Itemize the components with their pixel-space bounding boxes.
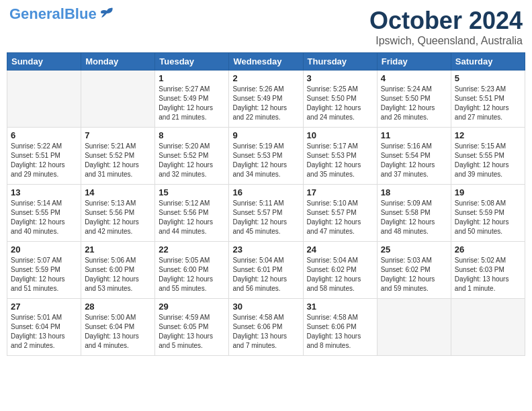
day-number: 10	[307, 130, 373, 140]
cell-line: Daylight: 12 hours and 29 minutes.	[11, 161, 77, 179]
cell-content: Sunrise: 5:01 AMSunset: 6:04 PMDaylight:…	[11, 313, 77, 351]
calendar-cell: 24Sunrise: 5:04 AMSunset: 6:02 PMDayligh…	[303, 242, 377, 299]
cell-line: Sunrise: 5:06 AM	[85, 256, 151, 265]
cell-line: Sunrise: 5:10 AM	[307, 199, 373, 208]
cell-line: Sunset: 5:54 PM	[381, 151, 447, 161]
cell-line: Sunset: 6:04 PM	[11, 322, 77, 332]
cell-line: Sunrise: 4:59 AM	[159, 313, 225, 322]
day-number: 12	[455, 130, 521, 140]
cell-content: Sunrise: 5:06 AMSunset: 6:00 PMDaylight:…	[85, 256, 151, 293]
cell-content: Sunrise: 4:59 AMSunset: 6:05 PMDaylight:…	[159, 313, 225, 351]
calendar-cell: 14Sunrise: 5:13 AMSunset: 5:56 PMDayligh…	[81, 185, 155, 242]
cell-line: Sunrise: 5:19 AM	[232, 142, 299, 151]
cell-line: Daylight: 12 hours and 40 minutes.	[11, 218, 77, 236]
cell-content: Sunrise: 5:20 AMSunset: 5:52 PMDaylight:…	[159, 142, 225, 179]
cell-line: Daylight: 12 hours and 58 minutes.	[307, 275, 373, 293]
cell-line: Sunrise: 5:11 AM	[232, 199, 299, 208]
cell-line: Sunset: 5:50 PM	[307, 94, 373, 103]
cell-content: Sunrise: 5:25 AMSunset: 5:50 PMDaylight:…	[307, 85, 373, 122]
weekday-header-friday: Friday	[377, 53, 451, 71]
cell-line: Daylight: 12 hours and 55 minutes.	[159, 275, 225, 293]
cell-line: Sunrise: 4:58 AM	[307, 313, 373, 322]
cell-line: Sunset: 5:52 PM	[85, 151, 151, 161]
cell-line: Sunrise: 5:04 AM	[232, 256, 299, 265]
logo-bird-icon	[99, 7, 114, 19]
calendar-cell: 19Sunrise: 5:08 AMSunset: 5:59 PMDayligh…	[451, 185, 525, 242]
day-number: 2	[232, 73, 299, 83]
calendar-cell: 12Sunrise: 5:15 AMSunset: 5:55 PMDayligh…	[451, 128, 525, 185]
weekday-header-wednesday: Wednesday	[229, 53, 303, 71]
cell-line: Sunset: 6:02 PM	[381, 265, 447, 275]
cell-content: Sunrise: 5:23 AMSunset: 5:51 PMDaylight:…	[455, 85, 521, 122]
cell-line: Sunset: 5:51 PM	[11, 151, 77, 161]
day-number: 26	[455, 244, 521, 255]
cell-line: Sunset: 5:53 PM	[232, 151, 299, 161]
cell-content: Sunrise: 5:13 AMSunset: 5:56 PMDaylight:…	[85, 199, 151, 236]
cell-line: Sunset: 5:50 PM	[381, 94, 447, 103]
cell-content: Sunrise: 5:00 AMSunset: 6:04 PMDaylight:…	[85, 313, 151, 351]
day-number: 14	[85, 187, 151, 197]
cell-content: Sunrise: 5:02 AMSunset: 6:03 PMDaylight:…	[455, 256, 521, 293]
calendar-cell: 15Sunrise: 5:12 AMSunset: 5:56 PMDayligh…	[155, 185, 229, 242]
calendar-cell: 28Sunrise: 5:00 AMSunset: 6:04 PMDayligh…	[81, 299, 155, 356]
calendar-cell: 17Sunrise: 5:10 AMSunset: 5:57 PMDayligh…	[303, 185, 377, 242]
cell-line: Sunset: 6:02 PM	[307, 265, 373, 275]
cell-line: Daylight: 12 hours and 31 minutes.	[85, 161, 151, 179]
cell-line: Daylight: 13 hours and 8 minutes.	[307, 332, 373, 351]
day-number: 22	[159, 244, 225, 255]
cell-line: Sunset: 6:06 PM	[307, 322, 373, 332]
cell-line: Sunrise: 5:02 AM	[455, 256, 521, 265]
cell-line: Sunrise: 5:20 AM	[159, 142, 225, 151]
calendar-cell: 11Sunrise: 5:16 AMSunset: 5:54 PMDayligh…	[377, 128, 451, 185]
logo: GeneralBlue	[9, 7, 114, 21]
cell-line: Daylight: 12 hours and 39 minutes.	[455, 161, 521, 179]
cell-line: Sunset: 5:56 PM	[159, 208, 225, 218]
day-number: 24	[307, 244, 373, 255]
weekday-header-saturday: Saturday	[451, 53, 525, 71]
cell-line: Daylight: 13 hours and 2 minutes.	[11, 332, 77, 351]
cell-content: Sunrise: 5:04 AMSunset: 6:02 PMDaylight:…	[307, 256, 373, 293]
day-number: 18	[381, 187, 447, 197]
calendar-cell: 10Sunrise: 5:17 AMSunset: 5:53 PMDayligh…	[303, 128, 377, 185]
cell-line: Sunrise: 5:12 AM	[159, 199, 225, 208]
cell-line: Sunrise: 5:09 AM	[381, 199, 447, 208]
cell-line: Sunrise: 5:17 AM	[307, 142, 373, 151]
calendar-cell: 2Sunrise: 5:26 AMSunset: 5:49 PMDaylight…	[229, 71, 303, 128]
calendar-week-row: 6Sunrise: 5:22 AMSunset: 5:51 PMDaylight…	[7, 128, 525, 185]
cell-content: Sunrise: 5:15 AMSunset: 5:55 PMDaylight:…	[455, 142, 521, 179]
cell-line: Sunset: 6:01 PM	[232, 265, 299, 275]
cell-line: Sunset: 6:06 PM	[232, 322, 299, 332]
calendar-cell: 18Sunrise: 5:09 AMSunset: 5:58 PMDayligh…	[377, 185, 451, 242]
cell-line: Sunset: 5:58 PM	[381, 208, 447, 218]
cell-line: Sunrise: 5:01 AM	[11, 313, 77, 322]
cell-line: Daylight: 12 hours and 56 minutes.	[232, 275, 299, 293]
cell-line: Daylight: 12 hours and 53 minutes.	[85, 275, 151, 293]
cell-content: Sunrise: 5:24 AMSunset: 5:50 PMDaylight:…	[381, 85, 447, 122]
calendar-cell: 16Sunrise: 5:11 AMSunset: 5:57 PMDayligh…	[229, 185, 303, 242]
calendar-cell: 29Sunrise: 4:59 AMSunset: 6:05 PMDayligh…	[155, 299, 229, 356]
calendar-cell	[451, 299, 525, 356]
calendar-week-row: 13Sunrise: 5:14 AMSunset: 5:55 PMDayligh…	[7, 185, 525, 242]
cell-content: Sunrise: 5:08 AMSunset: 5:59 PMDaylight:…	[455, 199, 521, 236]
cell-line: Daylight: 12 hours and 59 minutes.	[381, 275, 447, 293]
cell-content: Sunrise: 5:26 AMSunset: 5:49 PMDaylight:…	[232, 85, 299, 122]
weekday-header-tuesday: Tuesday	[155, 53, 229, 71]
calendar-week-row: 20Sunrise: 5:07 AMSunset: 5:59 PMDayligh…	[7, 242, 525, 299]
cell-content: Sunrise: 5:07 AMSunset: 5:59 PMDaylight:…	[11, 256, 77, 293]
cell-line: Daylight: 12 hours and 32 minutes.	[159, 161, 225, 179]
cell-line: Sunset: 5:56 PM	[85, 208, 151, 218]
cell-line: Sunrise: 5:14 AM	[11, 199, 77, 208]
cell-line: Sunrise: 5:05 AM	[159, 256, 225, 265]
cell-line: Sunset: 5:53 PM	[307, 151, 373, 161]
cell-line: Sunrise: 5:24 AM	[381, 85, 447, 94]
cell-content: Sunrise: 5:22 AMSunset: 5:51 PMDaylight:…	[11, 142, 77, 179]
cell-line: Sunrise: 5:16 AM	[381, 142, 447, 151]
cell-line: Sunrise: 5:25 AM	[307, 85, 373, 94]
day-number: 4	[381, 73, 447, 83]
day-number: 20	[11, 244, 77, 255]
calendar-cell: 30Sunrise: 4:58 AMSunset: 6:06 PMDayligh…	[229, 299, 303, 356]
calendar-cell: 9Sunrise: 5:19 AMSunset: 5:53 PMDaylight…	[229, 128, 303, 185]
cell-line: Daylight: 12 hours and 35 minutes.	[307, 161, 373, 179]
cell-content: Sunrise: 5:10 AMSunset: 5:57 PMDaylight:…	[307, 199, 373, 236]
cell-line: Daylight: 13 hours and 1 minute.	[455, 275, 521, 293]
